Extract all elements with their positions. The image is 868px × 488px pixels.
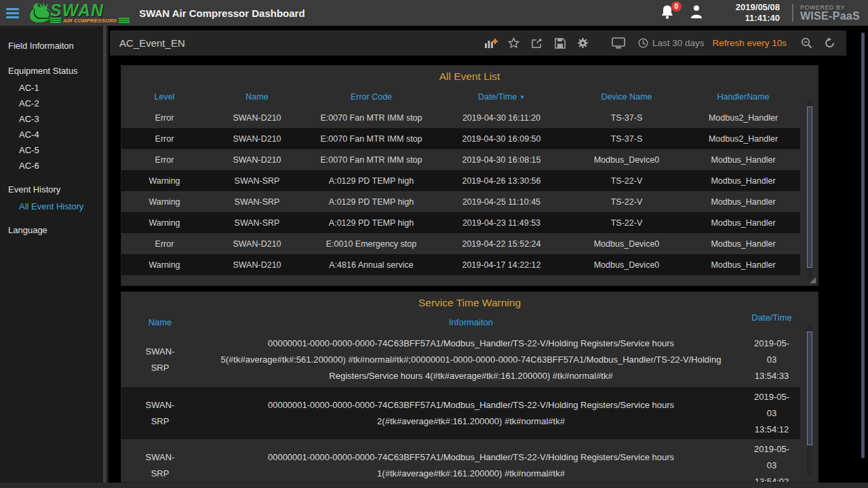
table-cell: A:0129 PD TEMP high: [307, 197, 436, 207]
sidebar-item-ac-6[interactable]: AC-6: [0, 158, 108, 174]
table-row[interactable]: WarningSWAN-D210A:4816 Annual service201…: [121, 254, 800, 275]
settings-button[interactable]: [573, 34, 593, 53]
sidebar-item-language[interactable]: Language: [0, 221, 108, 239]
logo-stripes-right: [119, 18, 130, 24]
star-button[interactable]: [504, 34, 524, 53]
service-row[interactable]: SWAN-SRP00000001-0000-0000-0000-74C63BFF…: [121, 439, 800, 483]
share-button[interactable]: [527, 34, 547, 53]
event-table-header: LevelNameError CodeDate/Time▼Device Name…: [121, 87, 800, 107]
table-cell: E:0070 Fan MTR IMM stop: [307, 155, 436, 165]
column-header-handlername[interactable]: HandlerName: [686, 87, 800, 107]
sidebar-item-ac-4[interactable]: AC-4: [0, 127, 108, 142]
share-icon: [531, 38, 543, 49]
add-panel-icon: [484, 38, 498, 49]
table-cell: Error: [121, 239, 208, 249]
service-table-body: SWAN-SRP00000001-0000-0000-0000-74C63BFF…: [121, 333, 818, 483]
column-header-level[interactable]: Level: [121, 87, 208, 107]
table-row[interactable]: ErrorSWAN-D210E:0010 Emergency stop2019-…: [121, 233, 800, 254]
table-cell: TS-37-S: [567, 113, 686, 123]
notification-badge: 0: [671, 1, 682, 12]
column-header-name[interactable]: Name: [121, 312, 199, 333]
sidebar-item-field-informaiton[interactable]: Field Informaiton: [0, 37, 108, 55]
column-header-date-time[interactable]: Date/Time: [743, 307, 800, 328]
service-scrollbar-thumb[interactable]: [807, 331, 812, 445]
dashboard-title: AC_Event_EN: [119, 37, 185, 49]
sidebar-item-ac-1[interactable]: AC-1: [0, 80, 108, 96]
refresh-button[interactable]: [819, 34, 840, 53]
table-cell: Modbus_Handler: [686, 176, 800, 186]
logo-stripes-left: [50, 18, 61, 24]
service-warning-panel: Service Time Warning NameInformaitonDate…: [121, 291, 818, 483]
menu-icon[interactable]: [0, 0, 24, 26]
event-table-body: ErrorSWAN-D210E:0070 Fan MTR IMM stop201…: [121, 107, 800, 275]
service-row[interactable]: SWAN-SRP00000001-0000-0000-0000-74C63BFF…: [121, 387, 800, 439]
panel-resize-handle[interactable]: [810, 277, 816, 283]
topbar-divider: [792, 4, 793, 22]
table-cell: TS-22-V: [567, 218, 686, 228]
column-header-date-time[interactable]: Date/Time▼: [436, 87, 567, 107]
table-cell: Error: [121, 134, 208, 144]
column-header-informaiton[interactable]: Informaiton: [199, 312, 743, 333]
sidebar-item-ac-3[interactable]: AC-3: [0, 111, 108, 127]
sidebar-item-ac-5[interactable]: AC-5: [0, 142, 108, 158]
table-cell: 2019-04-26 13:30:56: [436, 176, 567, 186]
logo-tagline: AIR COMPRESSORS: [63, 18, 117, 24]
table-cell: SWAN-D210: [208, 239, 307, 249]
service-info: 00000001-0000-0000-0000-74C63BFF57A1/Mod…: [199, 447, 743, 483]
service-row[interactable]: SWAN-SRP00000001-0000-0000-0000-74C63BFF…: [121, 333, 800, 387]
table-cell: E:0070 Fan MTR IMM stop: [307, 134, 436, 144]
sidebar-menu: Field InformaitonEquipment StatusAC-1AC-…: [0, 26, 108, 483]
topbar: SWAN AIR COMPRESSORS SWAN Air Compressor…: [0, 0, 868, 26]
save-button[interactable]: [550, 34, 570, 53]
page-number-3[interactable]: 3: [479, 284, 485, 286]
page-number-2[interactable]: 2: [458, 284, 464, 286]
table-row[interactable]: WarningSWAN-SRPA:0129 PD TEMP high2019-0…: [121, 170, 800, 191]
column-header-device-name[interactable]: Device Name: [567, 87, 686, 107]
swan-dashboard-app: SWAN AIR COMPRESSORS SWAN Air Compressor…: [0, 0, 868, 488]
table-cell: E:0010 Emergency stop: [307, 239, 436, 249]
tv-mode-button[interactable]: [608, 34, 629, 53]
column-header-error-code[interactable]: Error Code: [307, 87, 436, 107]
column-header-name[interactable]: Name: [208, 87, 307, 107]
service-info: 00000001-0000-0000-0000-74C63BFF57A1/Mod…: [199, 394, 743, 432]
table-cell: Warning: [121, 176, 208, 186]
table-row[interactable]: ErrorSWAN-D210E:0070 Fan MTR IMM stop201…: [121, 128, 800, 149]
add-panel-button[interactable]: [481, 34, 501, 53]
service-table-header: NameInformaitonDate/Time: [121, 312, 800, 333]
event-scrollbar-thumb[interactable]: [807, 106, 812, 268]
user-button[interactable]: [688, 3, 705, 22]
event-list-title: All Event List: [121, 66, 818, 83]
sidebar-item-equipment-status[interactable]: Equipment Status: [0, 62, 108, 80]
table-cell: TS-37-S: [567, 134, 686, 144]
zoom-out-icon: [801, 37, 812, 49]
table-cell: SWAN-SRP: [208, 176, 307, 186]
service-info: 00000001-0000-0000-0000-74C63BFF57A1/Mod…: [199, 333, 743, 387]
sidebar-item-event-history[interactable]: Event History: [0, 180, 108, 199]
table-cell: Modbus_Handler: [686, 239, 800, 249]
logo-name: SWAN: [50, 2, 130, 19]
table-cell: Modbus2_Handler: [686, 113, 800, 123]
notifications-button[interactable]: 0: [660, 4, 676, 22]
clock-display: 2019/05/08 11:41:40: [736, 2, 780, 24]
sidebar-item-ac-2[interactable]: AC-2: [0, 96, 108, 111]
table-row[interactable]: ErrorSWAN-D210E:0070 Fan MTR IMM stop201…: [121, 107, 800, 128]
page-scrollbar[interactable]: [861, 33, 865, 458]
sidebar-scrollbar[interactable]: [103, 26, 106, 483]
service-name: SWAN-SRP: [140, 397, 180, 430]
table-cell: SWAN-SRP: [208, 218, 307, 228]
table-row[interactable]: ErrorSWAN-D210E:0070 Fan MTR IMM stop201…: [121, 149, 800, 170]
table-cell: Modbus_Handler: [686, 218, 800, 228]
sidebar-item-all-event-history[interactable]: All Event History: [0, 199, 108, 214]
page-number-1[interactable]: 1: [437, 284, 442, 286]
zoom-out-button[interactable]: [796, 34, 816, 53]
table-row[interactable]: WarningSWAN-SRPA:0129 PD TEMP high2019-0…: [121, 212, 800, 233]
table-cell: Modbus_Handler: [686, 197, 800, 207]
table-cell: E:0070 Fan MTR IMM stop: [307, 113, 436, 123]
star-icon: [508, 37, 519, 49]
table-cell: 2019-04-17 14:22:12: [436, 260, 567, 270]
table-cell: Warning: [121, 260, 208, 270]
table-row[interactable]: WarningSWAN-SRPA:0129 PD TEMP high2019-0…: [121, 191, 800, 212]
table-cell: Warning: [121, 218, 208, 228]
tv-mode-icon: [612, 37, 625, 49]
time-range-picker[interactable]: Last 30 days Refresh every 10s: [631, 38, 793, 48]
